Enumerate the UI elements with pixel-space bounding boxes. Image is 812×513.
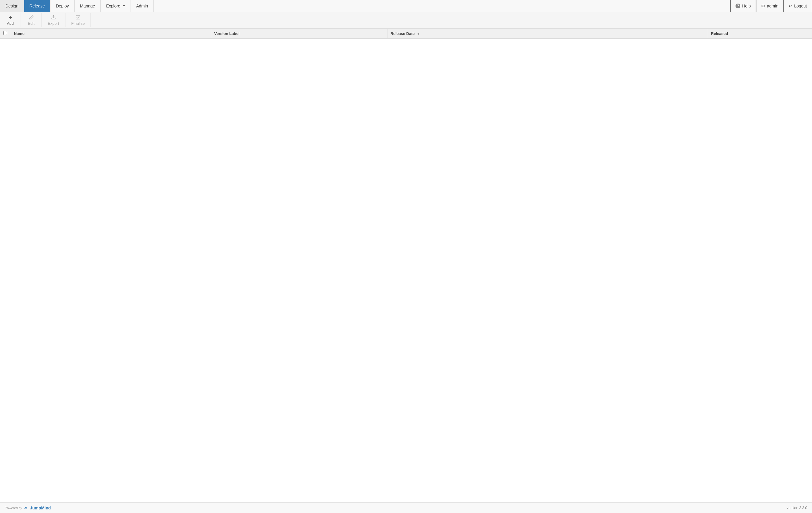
logout-button[interactable]: ↩ Logout — [783, 0, 812, 12]
finalize-icon — [76, 15, 80, 21]
col-header-version-label: Version Label — [211, 29, 387, 38]
version-label: version 3.3.0 — [787, 506, 807, 510]
tab-design[interactable]: Design — [0, 0, 24, 12]
releases-table: Name Version Label Release Date ▼ Releas… — [0, 29, 812, 39]
explore-dropdown-icon — [123, 5, 125, 6]
table-header-row: Name Version Label Release Date ▼ Releas… — [0, 29, 812, 38]
edit-button[interactable]: Edit — [21, 13, 42, 27]
tab-release[interactable]: Release — [24, 0, 51, 12]
help-icon: ? — [735, 4, 740, 8]
edit-icon — [29, 15, 34, 21]
svg-text:✕: ✕ — [24, 506, 27, 510]
top-nav: Design Release Deploy Manage Explore Adm… — [0, 0, 812, 12]
powered-by-text: Powered by — [5, 506, 22, 510]
col-header-name: Name — [11, 29, 211, 38]
tab-deploy[interactable]: Deploy — [51, 0, 75, 12]
add-button[interactable]: + Add — [0, 13, 21, 27]
jumpmind-logo-icon: ✕ — [23, 505, 29, 511]
add-icon: + — [9, 14, 12, 21]
tab-manage[interactable]: Manage — [75, 0, 101, 12]
col-header-release-date[interactable]: Release Date ▼ — [387, 29, 708, 38]
export-icon — [51, 15, 56, 21]
logout-icon: ↩ — [789, 4, 792, 8]
footer: Powered by ✕ JumpMind version 3.3.0 — [0, 502, 812, 513]
footer-logo: Powered by ✕ JumpMind — [5, 505, 51, 511]
nav-right-buttons: ? Help ⚙ admin ↩ Logout — [730, 0, 812, 12]
table-area: Name Version Label Release Date ▼ Releas… — [0, 29, 812, 502]
jumpmind-logo-text: JumpMind — [30, 506, 51, 510]
gear-icon: ⚙ — [761, 4, 765, 8]
select-all-checkbox[interactable] — [3, 31, 7, 35]
release-date-sort-icon: ▼ — [417, 32, 420, 35]
select-all-checkbox-header[interactable] — [0, 29, 11, 38]
svg-rect-0 — [52, 18, 55, 19]
tab-explore[interactable]: Explore — [101, 0, 130, 12]
admin-user-button[interactable]: ⚙ admin — [756, 0, 783, 12]
export-button[interactable]: Export — [42, 13, 65, 27]
tab-admin[interactable]: Admin — [131, 0, 154, 12]
col-header-released: Released — [708, 29, 812, 38]
toolbar: + Add Edit Export Finalize — [0, 12, 812, 29]
help-button[interactable]: ? Help — [730, 0, 756, 12]
finalize-button[interactable]: Finalize — [65, 13, 91, 27]
